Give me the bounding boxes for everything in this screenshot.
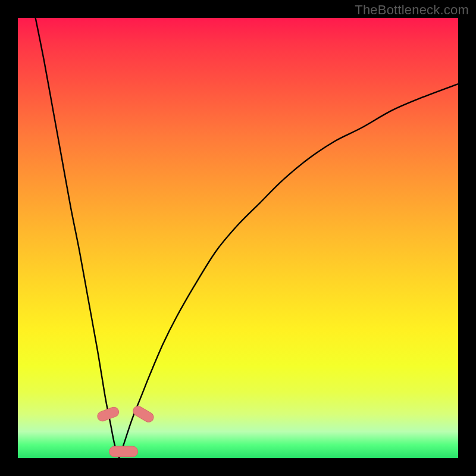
marker-capsule-0 xyxy=(96,406,120,422)
watermark-text: TheBottleneck.com xyxy=(355,2,469,18)
plot-area xyxy=(18,18,458,458)
curve-right-branch xyxy=(119,84,458,458)
curve-layer xyxy=(18,18,458,458)
chart-frame: TheBottleneck.com xyxy=(0,0,476,476)
marker-capsule-2 xyxy=(109,446,138,457)
marker-capsule-1 xyxy=(131,405,155,424)
curve-left-branch xyxy=(36,18,120,458)
marker-group xyxy=(96,405,155,457)
